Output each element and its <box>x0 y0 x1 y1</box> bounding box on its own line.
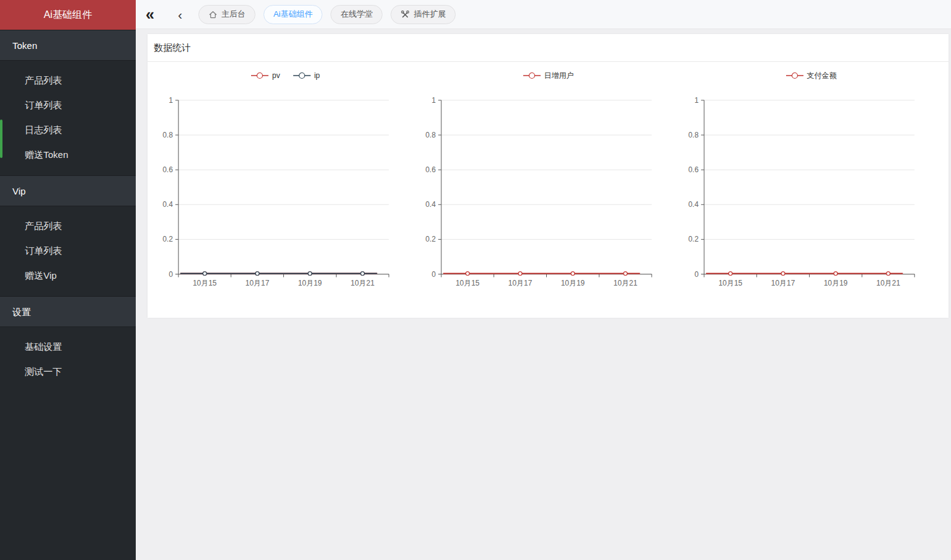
chart-daily-users: 日增用户 00.20.40.60.8110月1510月1710月1910月21 <box>417 62 679 289</box>
sidebar-menu: Token产品列表订单列表日志列表赠送TokenVip产品列表订单列表赠送Vip… <box>0 30 136 392</box>
svg-text:0: 0 <box>694 270 699 279</box>
sidebar-item[interactable]: 测试一下 <box>0 359 136 384</box>
svg-text:10月19: 10月19 <box>561 279 585 287</box>
svg-text:10月19: 10月19 <box>298 279 322 287</box>
svg-text:10月15: 10月15 <box>193 279 217 287</box>
legend-label: ip <box>314 71 320 80</box>
svg-text:10月19: 10月19 <box>824 279 848 287</box>
svg-text:0.6: 0.6 <box>425 165 436 174</box>
svg-text:0.6: 0.6 <box>162 165 173 174</box>
sidebar-item[interactable]: 产品列表 <box>0 214 136 238</box>
line-chart-svg: 00.20.40.60.8110月1510月1710月1910月21 <box>417 82 679 289</box>
content-area: 数据统计 pvip 00.20.40.60.8110月1510月1710月191… <box>136 29 951 560</box>
sidebar-section-header[interactable]: 设置 <box>0 296 136 327</box>
tab-2[interactable]: 在线学堂 <box>330 5 383 24</box>
svg-text:0: 0 <box>431 270 436 279</box>
legend-marker-icon <box>250 72 269 79</box>
card-title: 数据统计 <box>148 34 949 61</box>
sidebar-item[interactable]: 赠送Vip <box>0 263 136 288</box>
sidebar-item[interactable]: 基础设置 <box>0 335 136 359</box>
sidebar-item[interactable]: 产品列表 <box>0 68 136 93</box>
chart-pv-ip: pvip 00.20.40.60.8110月1510月1710月1910月21 <box>154 62 417 289</box>
legend-label: 日增用户 <box>544 71 574 81</box>
svg-text:0.8: 0.8 <box>688 131 699 139</box>
line-chart-svg: 00.20.40.60.8110月1510月1710月1910月21 <box>154 82 417 289</box>
line-chart-svg: 00.20.40.60.8110月1510月1710月1910月21 <box>679 82 942 289</box>
legend-marker-icon <box>785 72 804 79</box>
tab-0[interactable]: 主后台 <box>198 5 255 24</box>
legend-label: 支付金额 <box>807 71 837 81</box>
svg-text:10月21: 10月21 <box>877 279 901 287</box>
svg-text:0.2: 0.2 <box>425 235 436 243</box>
chart-canvas: 00.20.40.60.8110月1510月1710月1910月21 <box>417 82 679 289</box>
legend-item[interactable]: 支付金额 <box>785 71 837 81</box>
home-icon <box>208 10 218 19</box>
legend-marker-icon <box>293 72 311 79</box>
svg-text:0.8: 0.8 <box>162 131 173 139</box>
legend-label: pv <box>272 71 280 80</box>
sidebar-section-header[interactable]: Vip <box>0 175 136 206</box>
svg-text:0.4: 0.4 <box>425 200 436 209</box>
svg-text:1: 1 <box>694 96 699 105</box>
charts-row: pvip 00.20.40.60.8110月1510月1710月1910月21 … <box>148 62 949 289</box>
svg-text:10月15: 10月15 <box>456 279 480 287</box>
tab-1-active[interactable]: Ai基础组件 <box>263 5 323 24</box>
legend-item[interactable]: pv <box>250 71 280 80</box>
svg-text:1: 1 <box>169 96 173 105</box>
collapse-sidebar-icon[interactable]: « <box>146 7 154 22</box>
sidebar-item[interactable]: 订单列表 <box>0 93 136 118</box>
sidebar-section-items: 产品列表订单列表日志列表赠送Token <box>0 61 136 175</box>
svg-text:10月21: 10月21 <box>614 279 638 287</box>
sidebar-section-items: 基础设置测试一下 <box>0 327 136 392</box>
legend-item[interactable]: 日增用户 <box>523 71 574 81</box>
svg-text:0.6: 0.6 <box>688 165 699 174</box>
sidebar-item[interactable]: 赠送Token <box>0 142 136 167</box>
svg-text:0.4: 0.4 <box>688 200 699 209</box>
svg-text:10月17: 10月17 <box>771 279 795 287</box>
back-icon[interactable]: ‹ <box>178 8 182 21</box>
svg-text:0.2: 0.2 <box>162 235 173 243</box>
stats-card: 数据统计 pvip 00.20.40.60.8110月1510月1710月191… <box>148 34 949 318</box>
svg-text:0.4: 0.4 <box>162 200 173 209</box>
svg-text:10月15: 10月15 <box>719 279 743 287</box>
svg-text:0.2: 0.2 <box>688 235 699 243</box>
chart-canvas: 00.20.40.60.8110月1510月1710月1910月21 <box>154 82 417 289</box>
sidebar-section-header[interactable]: Token <box>0 30 136 61</box>
chart-legend: 日增用户 <box>417 69 679 82</box>
tools-icon <box>400 10 410 19</box>
chart-legend: 支付金额 <box>679 69 942 82</box>
top-navbar: « ‹ 主后台Ai基础组件在线学堂插件扩展 <box>136 0 951 29</box>
tab-3[interactable]: 插件扩展 <box>391 5 456 24</box>
legend-item[interactable]: ip <box>293 71 320 80</box>
tab-label: 主后台 <box>221 9 245 20</box>
chart-legend: pvip <box>154 69 417 82</box>
svg-text:0: 0 <box>169 270 173 279</box>
tab-label: 在线学堂 <box>340 9 373 20</box>
svg-text:10月21: 10月21 <box>351 279 375 287</box>
svg-text:1: 1 <box>431 96 436 105</box>
svg-text:10月17: 10月17 <box>245 279 270 287</box>
sidebar-item[interactable]: 订单列表 <box>0 238 136 263</box>
tab-label: Ai基础组件 <box>273 9 313 20</box>
svg-text:0.8: 0.8 <box>425 131 436 139</box>
navbar-tabs: 主后台Ai基础组件在线学堂插件扩展 <box>198 5 456 24</box>
sidebar-item[interactable]: 日志列表 <box>0 118 136 142</box>
legend-marker-icon <box>523 72 541 79</box>
sidebar-title: Ai基础组件 <box>0 0 136 30</box>
chart-payment: 支付金额 00.20.40.60.8110月1510月1710月1910月21 <box>679 62 942 289</box>
main-column: « ‹ 主后台Ai基础组件在线学堂插件扩展 数据统计 pvip 00.20.40… <box>136 0 951 560</box>
tab-label: 插件扩展 <box>414 9 446 20</box>
svg-text:10月17: 10月17 <box>508 279 533 287</box>
chart-canvas: 00.20.40.60.8110月1510月1710月1910月21 <box>679 82 942 289</box>
sidebar: Ai基础组件 Token产品列表订单列表日志列表赠送TokenVip产品列表订单… <box>0 0 136 560</box>
sidebar-section-items: 产品列表订单列表赠送Vip <box>0 206 136 296</box>
sidebar-scrollbar-thumb[interactable] <box>0 120 2 158</box>
